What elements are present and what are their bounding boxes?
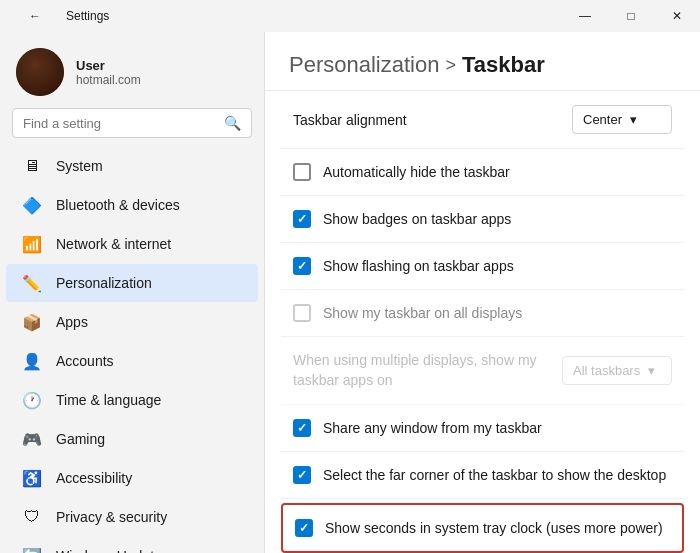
dropdown-value-multi-display: All taskbars bbox=[573, 363, 640, 378]
setting-row-all-displays: Show my taskbar on all displays bbox=[281, 290, 684, 337]
system-icon: 🖥 bbox=[22, 156, 42, 176]
breadcrumb-separator: > bbox=[445, 55, 456, 76]
user-info: User hotmail.com bbox=[76, 58, 141, 87]
sidebar-item-accessibility[interactable]: ♿ Accessibility bbox=[6, 459, 258, 497]
setting-row-auto-hide: Automatically hide the taskbar bbox=[281, 149, 684, 196]
setting-row-far-corner: Select the far corner of the taskbar to … bbox=[281, 452, 684, 499]
titlebar-left: ← Settings bbox=[12, 0, 109, 32]
checkbox-show-flashing[interactable] bbox=[293, 257, 311, 275]
breadcrumb-parent: Personalization bbox=[289, 52, 439, 78]
gaming-icon: 🎮 bbox=[22, 429, 42, 449]
sidebar-item-personalization[interactable]: ✏️ Personalization bbox=[6, 264, 258, 302]
chevron-down-icon: ▾ bbox=[630, 112, 637, 127]
main-layout: User hotmail.com 🔍 🖥 System 🔷 Bluetooth … bbox=[0, 32, 700, 553]
titlebar-title: Settings bbox=[66, 9, 109, 23]
apps-icon: 📦 bbox=[22, 312, 42, 332]
sidebar-item-privacy[interactable]: 🛡 Privacy & security bbox=[6, 498, 258, 536]
sidebar-item-gaming[interactable]: 🎮 Gaming bbox=[6, 420, 258, 458]
checkbox-show-badges[interactable] bbox=[293, 210, 311, 228]
checkbox-share-window[interactable] bbox=[293, 419, 311, 437]
dropdown-taskbar-alignment[interactable]: Center ▾ bbox=[572, 105, 672, 134]
sidebar-item-system[interactable]: 🖥 System bbox=[6, 147, 258, 185]
sidebar-item-label: Windows Update bbox=[56, 548, 162, 553]
search-icon: 🔍 bbox=[224, 115, 241, 131]
minimize-button[interactable]: — bbox=[562, 0, 608, 32]
setting-row-share-window: Share any window from my taskbar bbox=[281, 405, 684, 452]
checkbox-all-displays[interactable] bbox=[293, 304, 311, 322]
checkbox-show-seconds[interactable] bbox=[295, 519, 313, 537]
maximize-button[interactable]: □ bbox=[608, 0, 654, 32]
checkbox-auto-hide[interactable] bbox=[293, 163, 311, 181]
accounts-icon: 👤 bbox=[22, 351, 42, 371]
back-button[interactable]: ← bbox=[12, 0, 58, 32]
sidebar-item-label: Time & language bbox=[56, 392, 161, 408]
search-box[interactable]: 🔍 bbox=[12, 108, 252, 138]
setting-row-multi-display: When using multiple displays, show my ta… bbox=[281, 337, 684, 405]
sidebar-item-time[interactable]: 🕐 Time & language bbox=[6, 381, 258, 419]
personalization-icon: ✏️ bbox=[22, 273, 42, 293]
sidebar-item-label: Gaming bbox=[56, 431, 105, 447]
sidebar-item-bluetooth[interactable]: 🔷 Bluetooth & devices bbox=[6, 186, 258, 224]
privacy-icon: 🛡 bbox=[22, 507, 42, 527]
dropdown-value-taskbar-alignment: Center bbox=[583, 112, 622, 127]
sidebar-item-label: Personalization bbox=[56, 275, 152, 291]
user-profile[interactable]: User hotmail.com bbox=[0, 32, 264, 108]
setting-label-all-displays: Show my taskbar on all displays bbox=[323, 305, 672, 321]
chevron-down-icon: ▾ bbox=[648, 363, 655, 378]
avatar bbox=[16, 48, 64, 96]
titlebar-controls: — □ ✕ bbox=[562, 0, 700, 32]
setting-label-show-flashing: Show flashing on taskbar apps bbox=[323, 258, 672, 274]
setting-label-multi-display: When using multiple displays, show my ta… bbox=[293, 351, 550, 390]
time-icon: 🕐 bbox=[22, 390, 42, 410]
user-name: User bbox=[76, 58, 141, 73]
setting-label-far-corner: Select the far corner of the taskbar to … bbox=[323, 467, 672, 483]
setting-row-taskbar-alignment: Taskbar alignment Center ▾ bbox=[281, 91, 684, 149]
sidebar-item-apps[interactable]: 📦 Apps bbox=[6, 303, 258, 341]
breadcrumb-current: Taskbar bbox=[462, 52, 545, 78]
sidebar-item-label: System bbox=[56, 158, 103, 174]
setting-row-show-seconds: Show seconds in system tray clock (uses … bbox=[281, 503, 684, 553]
search-input[interactable] bbox=[23, 116, 216, 131]
setting-label-auto-hide: Automatically hide the taskbar bbox=[323, 164, 672, 180]
avatar-image bbox=[16, 48, 64, 96]
close-button[interactable]: ✕ bbox=[654, 0, 700, 32]
setting-row-show-badges: Show badges on taskbar apps bbox=[281, 196, 684, 243]
titlebar: ← Settings — □ ✕ bbox=[0, 0, 700, 32]
setting-row-show-flashing: Show flashing on taskbar apps bbox=[281, 243, 684, 290]
sidebar-item-label: Bluetooth & devices bbox=[56, 197, 180, 213]
settings-list: Taskbar alignment Center ▾ Automatically… bbox=[265, 91, 700, 553]
sidebar-item-label: Accessibility bbox=[56, 470, 132, 486]
sidebar-item-label: Apps bbox=[56, 314, 88, 330]
sidebar-item-label: Privacy & security bbox=[56, 509, 167, 525]
network-icon: 📶 bbox=[22, 234, 42, 254]
accessibility-icon: ♿ bbox=[22, 468, 42, 488]
sidebar-item-network[interactable]: 📶 Network & internet bbox=[6, 225, 258, 263]
setting-label-taskbar-alignment: Taskbar alignment bbox=[293, 112, 560, 128]
breadcrumb: Personalization > Taskbar bbox=[289, 52, 676, 78]
nav-list: 🖥 System 🔷 Bluetooth & devices 📶 Network… bbox=[0, 146, 264, 553]
windows-update-icon: 🔄 bbox=[22, 546, 42, 553]
sidebar: User hotmail.com 🔍 🖥 System 🔷 Bluetooth … bbox=[0, 32, 265, 553]
sidebar-item-label: Accounts bbox=[56, 353, 114, 369]
checkbox-far-corner[interactable] bbox=[293, 466, 311, 484]
content-area: Personalization > Taskbar Taskbar alignm… bbox=[265, 32, 700, 553]
sidebar-item-label: Network & internet bbox=[56, 236, 171, 252]
setting-label-show-badges: Show badges on taskbar apps bbox=[323, 211, 672, 227]
content-header: Personalization > Taskbar bbox=[265, 32, 700, 91]
sidebar-item-windows-update[interactable]: 🔄 Windows Update bbox=[6, 537, 258, 553]
setting-label-show-seconds: Show seconds in system tray clock (uses … bbox=[325, 520, 670, 536]
setting-label-share-window: Share any window from my taskbar bbox=[323, 420, 672, 436]
dropdown-multi-display[interactable]: All taskbars ▾ bbox=[562, 356, 672, 385]
sidebar-item-accounts[interactable]: 👤 Accounts bbox=[6, 342, 258, 380]
bluetooth-icon: 🔷 bbox=[22, 195, 42, 215]
user-email: hotmail.com bbox=[76, 73, 141, 87]
